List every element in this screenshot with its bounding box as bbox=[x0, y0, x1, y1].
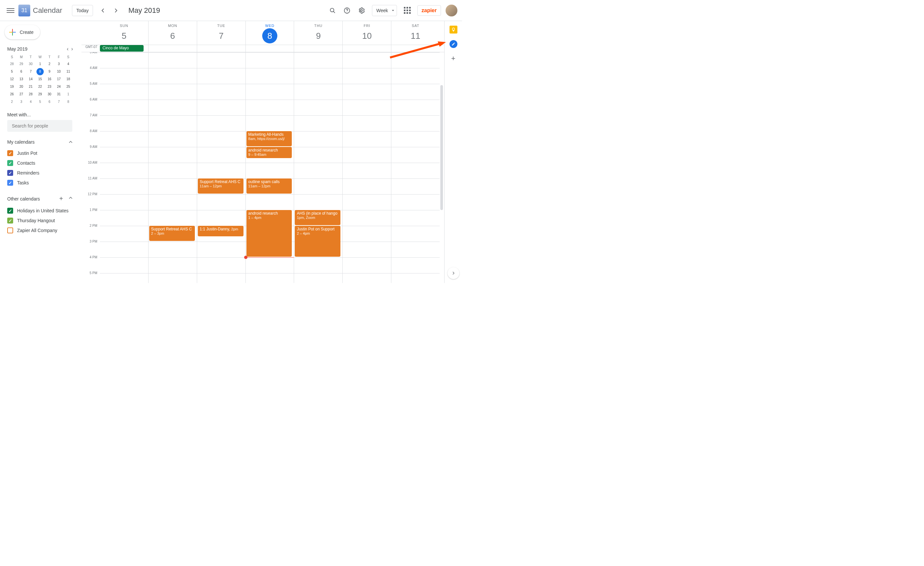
day-header[interactable]: SUN5 bbox=[100, 21, 148, 45]
day-header[interactable]: FRI10 bbox=[342, 21, 391, 45]
day-column[interactable] bbox=[100, 52, 148, 283]
mini-day[interactable]: 27 bbox=[17, 90, 26, 98]
event[interactable]: 1:1 Justin-Danny, 2pm bbox=[198, 226, 243, 236]
mini-day[interactable]: 29 bbox=[36, 90, 45, 98]
mini-day[interactable]: 6 bbox=[45, 98, 54, 105]
help-button[interactable] bbox=[340, 4, 354, 17]
day-column[interactable] bbox=[342, 52, 391, 283]
mini-day[interactable]: 9 bbox=[45, 68, 54, 75]
mini-day[interactable]: 31 bbox=[54, 90, 64, 98]
checkbox-icon[interactable] bbox=[7, 227, 13, 233]
mini-day[interactable]: 14 bbox=[26, 75, 36, 83]
day-column[interactable]: Support Retreat AHS C2 – 3pm bbox=[148, 52, 197, 283]
search-people-input[interactable] bbox=[7, 120, 72, 132]
calendar-item[interactable]: ✓Justin Pot bbox=[3, 148, 75, 158]
calendar-item[interactable]: ✓Reminders bbox=[3, 168, 75, 178]
mini-day[interactable]: 7 bbox=[26, 68, 36, 75]
day-header[interactable]: SAT11 bbox=[391, 21, 440, 45]
get-addons-button[interactable]: + bbox=[450, 54, 458, 62]
calendar-item[interactable]: ✓Thursday Hangout bbox=[3, 216, 75, 225]
mini-day[interactable]: 1 bbox=[36, 60, 45, 68]
calendar-logo[interactable]: 31 Calendar bbox=[18, 5, 62, 17]
allday-cell[interactable] bbox=[246, 45, 294, 52]
day-header[interactable]: WED8 bbox=[246, 21, 294, 45]
keep-addon-button[interactable] bbox=[450, 26, 458, 33]
checkbox-icon[interactable]: ✓ bbox=[7, 180, 13, 186]
mini-day[interactable]: 6 bbox=[17, 68, 26, 75]
mini-day[interactable]: 15 bbox=[36, 75, 45, 83]
other-calendars-header[interactable]: Other calendars + bbox=[7, 195, 75, 203]
mini-day[interactable]: 25 bbox=[63, 83, 73, 90]
scrollbar[interactable] bbox=[440, 85, 443, 210]
mini-prev-button[interactable]: ‹ bbox=[67, 46, 68, 52]
mini-day[interactable]: 19 bbox=[7, 83, 17, 90]
mini-day[interactable]: 7 bbox=[54, 98, 64, 105]
mini-day[interactable]: 22 bbox=[36, 83, 45, 90]
mini-day[interactable]: 13 bbox=[17, 75, 26, 83]
mini-day[interactable]: 3 bbox=[17, 98, 26, 105]
mini-day[interactable]: 3 bbox=[54, 60, 64, 68]
checkbox-icon[interactable]: ✓ bbox=[7, 208, 13, 214]
event[interactable]: AHS (in place of hango1pm, Zoom bbox=[295, 210, 340, 225]
mini-day[interactable]: 11 bbox=[63, 68, 73, 75]
allday-cell[interactable] bbox=[294, 45, 342, 52]
allday-event[interactable]: Cinco de Mayo bbox=[100, 45, 144, 52]
create-button[interactable]: Create bbox=[4, 25, 40, 39]
mini-day[interactable]: 17 bbox=[54, 75, 64, 83]
mini-day[interactable]: 10 bbox=[54, 68, 64, 75]
settings-button[interactable] bbox=[355, 4, 368, 17]
mini-day[interactable]: 28 bbox=[7, 60, 17, 68]
view-switcher[interactable]: Week bbox=[372, 5, 397, 16]
mini-day[interactable]: 30 bbox=[26, 60, 36, 68]
main-menu-button[interactable] bbox=[7, 7, 15, 15]
mini-day[interactable]: 26 bbox=[7, 90, 17, 98]
mini-day[interactable]: 23 bbox=[45, 83, 54, 90]
account-avatar[interactable] bbox=[446, 5, 458, 17]
mini-day[interactable]: 8 bbox=[63, 98, 73, 105]
add-calendar-button[interactable]: + bbox=[59, 195, 63, 203]
hide-side-panel-button[interactable] bbox=[447, 267, 459, 279]
mini-next-button[interactable]: › bbox=[71, 46, 73, 52]
mini-day[interactable]: 5 bbox=[7, 68, 17, 75]
mini-day[interactable]: 24 bbox=[54, 83, 64, 90]
event[interactable]: Marketing All-Hands8am, https://zoom.us/… bbox=[246, 131, 292, 146]
event[interactable]: Justin Pot on Support2 – 4pm bbox=[295, 226, 340, 257]
checkbox-icon[interactable]: ✓ bbox=[7, 170, 13, 176]
checkbox-icon[interactable]: ✓ bbox=[7, 160, 13, 166]
event[interactable]: android research1 – 4pm bbox=[246, 210, 292, 257]
mini-day[interactable]: 5 bbox=[36, 98, 45, 105]
calendar-item[interactable]: ✓Holidays in United States bbox=[3, 206, 75, 216]
mini-day[interactable]: 4 bbox=[26, 98, 36, 105]
day-header[interactable]: MON6 bbox=[148, 21, 197, 45]
mini-day[interactable]: 16 bbox=[45, 75, 54, 83]
prev-period-button[interactable] bbox=[97, 5, 109, 17]
google-apps-button[interactable] bbox=[401, 4, 414, 17]
my-calendars-header[interactable]: My calendars bbox=[7, 139, 75, 145]
mini-day[interactable]: 30 bbox=[45, 90, 54, 98]
mini-day[interactable]: 8 bbox=[36, 68, 45, 75]
event[interactable]: Support Retreat AHS C11am – 12pm bbox=[198, 179, 243, 194]
day-column[interactable]: AHS (in place of hango1pm, ZoomJustin Po… bbox=[294, 52, 342, 283]
tasks-addon-button[interactable] bbox=[450, 40, 458, 48]
mini-day[interactable]: 18 bbox=[63, 75, 73, 83]
calendar-item[interactable]: Zapier All Company bbox=[3, 225, 75, 235]
day-column[interactable]: Marketing All-Hands8am, https://zoom.us/… bbox=[246, 52, 294, 283]
allday-cell[interactable] bbox=[342, 45, 391, 52]
calendar-item[interactable]: ✓Tasks bbox=[3, 178, 75, 188]
mini-day[interactable]: 12 bbox=[7, 75, 17, 83]
today-button[interactable]: Today bbox=[72, 5, 93, 16]
allday-cell[interactable] bbox=[148, 45, 197, 52]
mini-day[interactable]: 2 bbox=[45, 60, 54, 68]
event[interactable]: outline spam calls11am – 12pm bbox=[246, 179, 292, 194]
mini-day[interactable]: 4 bbox=[63, 60, 73, 68]
checkbox-icon[interactable]: ✓ bbox=[7, 218, 13, 224]
day-column[interactable]: Support Retreat AHS C11am – 12pm1:1 Just… bbox=[197, 52, 246, 283]
mini-day[interactable]: 21 bbox=[26, 83, 36, 90]
search-button[interactable] bbox=[326, 4, 339, 17]
mini-day[interactable]: 29 bbox=[17, 60, 26, 68]
day-header[interactable]: TUE7 bbox=[197, 21, 246, 45]
allday-cell[interactable] bbox=[391, 45, 440, 52]
day-column[interactable] bbox=[391, 52, 440, 283]
next-period-button[interactable] bbox=[110, 5, 122, 17]
checkbox-icon[interactable]: ✓ bbox=[7, 150, 13, 156]
